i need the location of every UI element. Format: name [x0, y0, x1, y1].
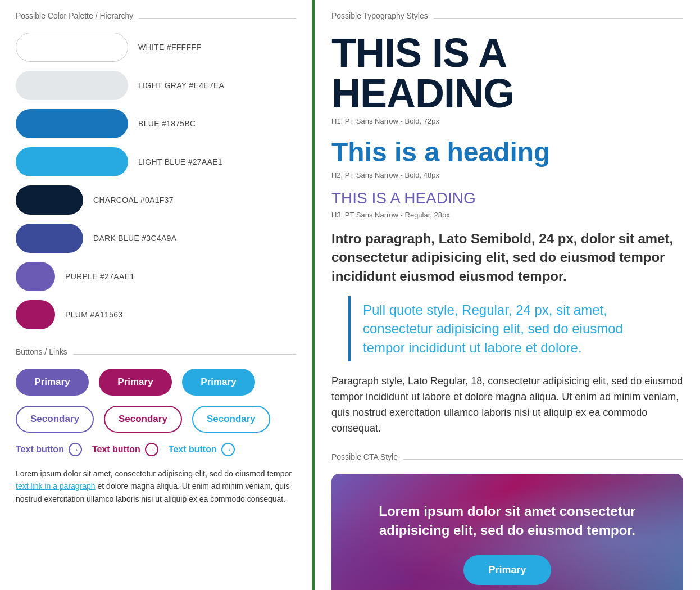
- swatch-label-darkblue: DARK BLUE #3C4A9A: [93, 234, 176, 243]
- body-paragraph: Paragraph style, Lato Regular, 18, conse…: [331, 374, 683, 437]
- arrow-icon-blue: →: [221, 443, 235, 456]
- h1-caption: H1, PT Sans Narrow - Bold, 72px: [331, 117, 683, 125]
- swatch-label-lightgray: LIGHT GRAY #E4E7EA: [138, 81, 224, 90]
- swatch-label-plum: PLUM #A11563: [65, 310, 122, 319]
- swatch-lightblue: [16, 147, 128, 176]
- pull-quote: Pull quote style, Regular, 24 px, sit am…: [348, 296, 666, 362]
- secondary-button-purple[interactable]: Secondary: [16, 406, 94, 433]
- buttons-header-label: Buttons / Links: [16, 347, 73, 356]
- paragraph-before-link: Lorem ipsum dolor sit amet, consectetur …: [16, 469, 292, 478]
- primary-button-plum[interactable]: Primary: [99, 369, 172, 396]
- cta-section-header: Possible CTA Style: [331, 452, 683, 461]
- left-panel: Possible Color Palette / Hierarchy WHITE…: [0, 0, 315, 590]
- cta-header-label: Possible CTA Style: [331, 452, 403, 461]
- right-panel: Possible Typography Styles THIS IS A HEA…: [315, 0, 700, 590]
- swatch-row-plum: PLUM #A11563: [16, 300, 296, 329]
- buttons-section-header: Buttons / Links: [16, 347, 296, 356]
- color-swatches: WHITE #FFFFFF LIGHT GRAY #E4E7EA BLUE #1…: [16, 33, 296, 329]
- swatch-label-purple: PURPLE #27AAE1: [65, 272, 134, 281]
- swatch-lightgray: [16, 71, 128, 100]
- cta-header-line: [403, 459, 683, 460]
- swatch-row-white: WHITE #FFFFFF: [16, 33, 296, 62]
- paragraph-text: Lorem ipsum dolor sit amet, consectetur …: [16, 468, 296, 505]
- secondary-button-blue[interactable]: Secondary: [192, 406, 270, 433]
- arrow-icon-plum: →: [145, 443, 158, 456]
- swatch-label-charcoal: CHARCOAL #0A1F37: [93, 196, 174, 205]
- primary-button-blue[interactable]: Primary: [182, 369, 255, 396]
- buttons-header-line: [73, 354, 296, 355]
- swatch-darkblue: [16, 224, 83, 253]
- h2-heading: This is a heading: [331, 138, 683, 167]
- swatch-label-white: WHITE #FFFFFF: [138, 43, 201, 52]
- paragraph-link[interactable]: text link in a paragraph: [16, 482, 96, 491]
- swatch-blue: [16, 109, 128, 138]
- text-button-plum-label: Text button: [92, 444, 140, 455]
- swatch-row-blue: BLUE #1875BC: [16, 109, 296, 138]
- typography-header-line: [434, 18, 683, 19]
- typography-section-header: Possible Typography Styles: [331, 11, 683, 20]
- swatch-row-purple: PURPLE #27AAE1: [16, 262, 296, 291]
- text-button-plum[interactable]: Text button →: [92, 443, 158, 456]
- text-button-row: Text button → Text button → Text button …: [16, 443, 296, 456]
- swatch-row-darkblue: DARK BLUE #3C4A9A: [16, 224, 296, 253]
- h3-heading: THIS IS A HEADING: [331, 189, 683, 207]
- text-button-blue[interactable]: Text button →: [169, 443, 235, 456]
- swatch-charcoal: [16, 185, 83, 215]
- swatch-row-charcoal: CHARCOAL #0A1F37: [16, 185, 296, 215]
- cta-box-text: Lorem ipsum dolor sit amet consectetur a…: [348, 502, 666, 539]
- text-button-purple-label: Text button: [16, 444, 64, 455]
- swatch-white: [16, 33, 128, 62]
- h1-heading: THIS IS A HEADING: [331, 33, 683, 114]
- buttons-section: Primary Primary Primary Secondary Second…: [16, 369, 296, 456]
- palette-header-line: [139, 18, 296, 19]
- intro-paragraph: Intro paragraph, Lato Semibold, 24 px, d…: [331, 229, 683, 286]
- h2-caption: H2, PT Sans Narrow - Bold, 48px: [331, 171, 683, 179]
- secondary-button-plum[interactable]: Secondary: [104, 406, 182, 433]
- swatch-row-lightgray: LIGHT GRAY #E4E7EA: [16, 71, 296, 100]
- cta-primary-button[interactable]: Primary: [463, 555, 551, 585]
- arrow-icon-purple: →: [69, 443, 82, 456]
- cta-box: Lorem ipsum dolor sit amet consectetur a…: [331, 474, 683, 590]
- primary-button-row: Primary Primary Primary: [16, 369, 296, 396]
- swatch-label-lightblue: LIGHT BLUE #27AAE1: [138, 157, 222, 166]
- typography-header-label: Possible Typography Styles: [331, 11, 434, 20]
- cta-button-wrap: Primary: [348, 555, 666, 585]
- palette-section-header: Possible Color Palette / Hierarchy: [16, 11, 296, 20]
- text-button-blue-label: Text button: [169, 444, 217, 455]
- swatch-purple: [16, 262, 55, 291]
- swatch-plum: [16, 300, 55, 329]
- text-button-purple[interactable]: Text button →: [16, 443, 82, 456]
- swatch-row-lightblue: LIGHT BLUE #27AAE1: [16, 147, 296, 176]
- swatch-label-blue: BLUE #1875BC: [138, 119, 196, 128]
- h3-caption: H3, PT Sans Narrow - Regular, 28px: [331, 211, 683, 219]
- pull-quote-text: Pull quote style, Regular, 24 px, sit am…: [363, 301, 666, 357]
- secondary-button-row: Secondary Secondary Secondary: [16, 406, 296, 433]
- primary-button-purple[interactable]: Primary: [16, 369, 89, 396]
- palette-header-label: Possible Color Palette / Hierarchy: [16, 11, 139, 20]
